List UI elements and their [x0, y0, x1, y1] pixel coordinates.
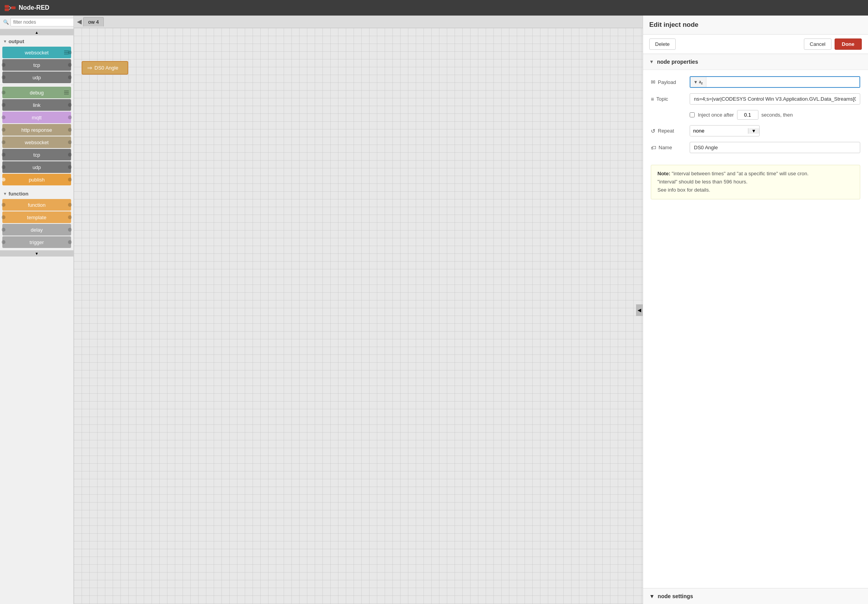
node-dot-right-delay — [68, 228, 72, 232]
node-label-delay: delay — [5, 227, 68, 233]
scroll-up-button[interactable]: ▲ — [0, 29, 73, 35]
node-dot-left-trigger — [2, 240, 5, 244]
node-item-debug[interactable]: debug — [2, 87, 71, 98]
payload-input[interactable] — [706, 77, 859, 87]
category-function-header[interactable]: ▼ function — [0, 189, 73, 198]
payload-label-text: Payload — [658, 79, 676, 85]
chevron-settings-icon: ▼ — [649, 593, 655, 599]
node-label-tcp-out: tcp — [5, 152, 68, 158]
node-label-udp-out: udp — [5, 164, 68, 170]
node-dot-left-publish — [2, 178, 5, 182]
flow-node-arrow-icon: ⇒ — [87, 64, 92, 72]
node-item-websocket-out[interactable]: websocket — [2, 136, 71, 148]
node-item-udp-in[interactable]: udp — [2, 72, 71, 83]
category-function: ▼ function function template delay tr — [0, 188, 73, 250]
edit-panel-title: Edit inject node — [643, 16, 868, 35]
payload-type-dropdown-icon: ▼ — [694, 80, 698, 84]
node-item-tcp-out[interactable]: tcp — [2, 149, 71, 161]
canvas-area: ◀ ow 4 ⇒ DS0 Angle ◀ — [74, 16, 643, 604]
node-item-tcp-in[interactable]: tcp — [2, 59, 71, 71]
inject-suffix-text: seconds, then — [762, 112, 793, 118]
name-label-text: Name — [659, 145, 672, 150]
chevron-function-icon: ▼ — [3, 192, 7, 196]
payload-label: ✉ Payload — [651, 79, 686, 85]
node-dot-right-websocket-out — [68, 140, 72, 144]
form-row-payload: ✉ Payload ▼ az — [651, 76, 860, 88]
done-button[interactable]: Done — [835, 38, 862, 50]
repeat-icon: ↺ — [651, 128, 655, 134]
node-lines-icon — [64, 51, 69, 54]
form-row-repeat: ↺ Repeat none interval interval between … — [651, 125, 860, 136]
node-item-delay[interactable]: delay — [2, 224, 71, 236]
form-area: ✉ Payload ▼ az ≡ Topic — [643, 70, 868, 165]
node-item-websocket-in[interactable]: websocket — [2, 47, 71, 58]
topic-input[interactable] — [690, 93, 860, 105]
section-node-settings-header[interactable]: ▼ node settings — [643, 588, 868, 604]
node-item-http-response[interactable]: http response — [2, 124, 71, 136]
node-item-trigger[interactable]: trigger — [2, 236, 71, 248]
cancel-button[interactable]: Cancel — [804, 38, 831, 50]
inject-once-checkbox[interactable] — [690, 112, 695, 117]
chevron-properties-icon: ▼ — [649, 59, 654, 65]
inject-once-label-text: Inject once after — [698, 112, 734, 118]
filter-nodes-input[interactable] — [10, 18, 74, 26]
node-label-function: function — [5, 202, 68, 208]
node-label-tcp-in: tcp — [5, 62, 68, 68]
edit-panel-toolbar: Delete Cancel Done — [643, 35, 868, 54]
edit-panel-spacer — [643, 206, 868, 588]
category-output-header[interactable]: ▼ output — [0, 37, 73, 46]
svg-rect-4 — [11, 7, 16, 9]
name-field-wrap — [690, 142, 860, 153]
node-label-websocket-out: websocket — [5, 140, 68, 145]
node-dot-left-template — [2, 215, 5, 219]
delete-button[interactable]: Delete — [649, 38, 676, 50]
node-dot-right-udp — [68, 75, 72, 79]
node-label-http-response: http response — [5, 127, 68, 133]
topic-label-text: Topic — [656, 96, 668, 102]
node-label-websocket-in: websocket — [5, 50, 68, 56]
node-label-mqtt: mqtt — [5, 115, 68, 120]
node-item-link-out[interactable]: link — [2, 99, 71, 111]
section-node-properties-header[interactable]: ▼ node properties — [643, 54, 868, 70]
payload-input-group: ▼ az — [690, 76, 860, 88]
topic-field-wrap — [690, 93, 860, 105]
node-dot-left-link — [2, 103, 5, 107]
canvas-body[interactable]: ⇒ DS0 Angle ◀ — [74, 28, 643, 604]
node-dot-left-udp — [2, 75, 5, 79]
node-item-udp-out[interactable]: udp — [2, 161, 71, 173]
edit-panel: Edit inject node Delete Cancel Done ▼ no… — [643, 16, 868, 604]
svg-rect-1 — [5, 8, 9, 11]
flow-node-ds0-angle[interactable]: ⇒ DS0 Angle — [82, 61, 128, 75]
canvas-collapse-right-button[interactable]: ◀ — [636, 304, 643, 316]
node-dot-left-udp-out — [2, 165, 5, 169]
scroll-down-button[interactable]: ▼ — [0, 250, 73, 257]
section-node-properties-label: node properties — [657, 59, 698, 65]
flow-node-label: DS0 Angle — [94, 65, 118, 71]
name-label: 🏷 Name — [651, 145, 686, 151]
inject-seconds-input[interactable] — [737, 110, 758, 120]
payload-type-button[interactable]: ▼ az — [690, 77, 706, 87]
node-dot-right-mqtt — [68, 115, 72, 119]
topic-icon: ≡ — [651, 96, 654, 102]
repeat-select[interactable]: none interval interval between times at … — [690, 126, 748, 136]
node-item-mqtt-out[interactable]: mqtt — [2, 112, 71, 123]
name-icon: 🏷 — [651, 145, 656, 151]
node-dot-right-link — [68, 103, 72, 107]
canvas-tab[interactable]: ow 4 — [83, 17, 104, 26]
chevron-output-icon: ▼ — [3, 39, 7, 44]
node-red-logo-icon — [5, 4, 16, 12]
name-input[interactable] — [690, 142, 860, 153]
inject-once-label[interactable]: Inject once after — [698, 112, 734, 118]
form-row-name: 🏷 Name — [651, 142, 860, 153]
repeat-select-arrow-icon: ▼ — [748, 128, 759, 134]
canvas-collapse-button[interactable]: ◀ — [77, 18, 82, 25]
node-dot-left-websocket-out — [2, 140, 5, 144]
node-dot-left-http-response — [2, 128, 5, 132]
node-item-function[interactable]: function — [2, 199, 71, 211]
node-item-publish[interactable]: publish — [2, 174, 71, 185]
topic-label: ≡ Topic — [651, 96, 686, 102]
search-icon: 🔍 — [3, 19, 9, 25]
payload-icon: ✉ — [651, 79, 655, 85]
node-item-template[interactable]: template — [2, 211, 71, 223]
filter-row: 🔍 ◀ — [0, 16, 73, 29]
